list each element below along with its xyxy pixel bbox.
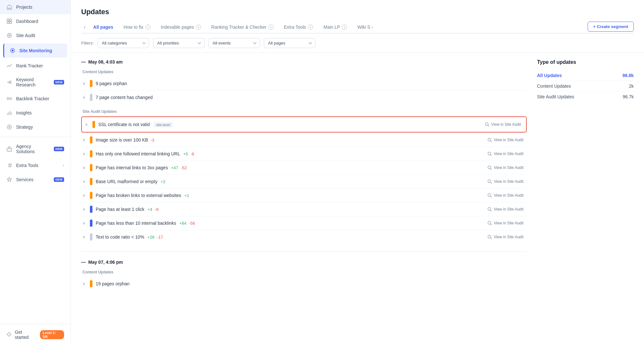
change-positive: +1 [184,193,189,198]
sidebar-bottom: Get started Level 1: 5/6 [0,324,71,345]
chevron-button[interactable]: ∨ [81,206,87,212]
rank-icon [6,63,12,69]
update-row: ∨ Page has at least 1 click +4 -6 View i… [81,202,527,216]
chevron-button[interactable]: ∨ [81,234,87,240]
sidebar-item-label: Insights [16,110,64,115]
tabs-bar: ‹ All pages How to fix i Indexable pages… [81,21,634,34]
chevron-button[interactable]: ∨ [81,151,87,157]
sidebar-item-services[interactable]: Services NEW [0,172,71,187]
chevron-button[interactable]: ∨ [81,179,87,184]
sidebar-item-site-audit[interactable]: Site Audit [0,28,71,43]
sidebar-item-insights[interactable]: Insights [0,106,71,120]
view-in-site-audit-button[interactable]: View in Site Audit [484,164,527,171]
update-text: Page has less than 10 internal backlinks… [96,221,481,226]
change-positive: +4 [148,207,152,212]
chevron-button[interactable]: ∨ [81,281,87,287]
change-negative: -56 [189,221,195,226]
filter-categories[interactable]: All categoriesContentTechnicalPerformanc… [98,38,149,48]
new-badge: NEW [54,147,64,151]
sidebar-item-rank-tracker[interactable]: Rank Tracker [0,59,71,73]
view-in-site-audit-button[interactable]: View in Site Audit [484,192,527,199]
sidebar-item-projects[interactable]: Projects [0,0,71,14]
update-text: 19 pages orphan [96,281,527,286]
info-icon[interactable]: i [308,25,313,30]
tab-indexable-pages[interactable]: Indexable pages i [156,21,206,34]
update-type-row-all[interactable]: All Updates 98.8k [537,70,634,81]
extra-tools-icon [6,163,12,168]
update-text: 7 page content has changed [96,95,527,100]
chevron-button[interactable]: ∨ [81,94,87,100]
tab-extra-tools[interactable]: Extra Tools i [279,21,318,34]
content-updates-title: Content Updates [81,70,527,74]
change-positive: +5 [183,152,188,156]
view-in-site-audit-button[interactable]: View in Site Audit [484,206,527,213]
svg-rect-1 [10,19,12,21]
sidebar-item-backlink-tracker[interactable]: Backlink Tracker [0,92,71,106]
view-in-site-audit-button[interactable]: View in Site Audit [484,150,527,157]
update-type-row-site-audit[interactable]: Site Audit Updates 96.7k [537,92,634,102]
sidebar-item-extra-tools[interactable]: Extra Tools › [0,158,71,172]
sidebar-item-label: Site Audit [16,33,64,38]
get-started-item[interactable]: Get started Level 1: 5/6 [6,330,64,340]
date-dash-2: — [81,260,86,265]
tabs-prev-button[interactable]: ‹ [81,22,88,33]
chevron-button[interactable]: ∨ [81,165,87,171]
priority-indicator [90,178,92,185]
tab-main-lp[interactable]: Main LP i [318,21,352,34]
services-icon [6,177,12,182]
update-row: ∨ Base URL malformed or empty +2 View in… [81,175,527,189]
priority-indicator [92,121,95,128]
filter-pages[interactable]: All pagesIndexedOrphanBroken [264,38,315,48]
sidebar-item-keyword-research[interactable]: Keyword Research NEW [0,73,71,92]
priority-indicator [90,192,92,199]
view-in-site-audit-button[interactable]: View in Site Audit [484,178,527,185]
view-in-site-audit-button[interactable]: View in Site Audit [484,136,527,143]
priority-indicator [90,94,92,101]
tab-how-to-fix[interactable]: How to fix i [119,21,156,34]
chevron-button[interactable]: ∨ [81,220,87,226]
filters-bar: Filters: All categoriesContentTechnicalP… [71,34,644,53]
priority-indicator [90,80,92,87]
change-positive: +2 [161,179,166,184]
priority-indicator [90,280,92,287]
view-in-site-audit-button[interactable]: View in Site Audit [484,233,527,241]
update-row: ∨ Page has broken links to external webs… [81,189,527,202]
info-icon[interactable]: i [196,25,201,30]
info-icon[interactable]: i [268,25,274,30]
tab-ranking-tracker[interactable]: Ranking Tracker & Checker i [206,21,279,34]
view-in-site-audit-button[interactable]: View in Site Audit [484,220,527,227]
update-text: Page has at least 1 click +4 -6 [96,207,481,212]
sidebar-item-dashboard[interactable]: Dashboard [0,14,71,28]
sidebar-item-site-monitoring[interactable]: Site Monitoring [3,44,67,58]
home-icon [6,4,12,10]
sidebar-item-agency-solutions[interactable]: Agency Solutions NEW [0,140,71,158]
update-row: ∨ Text to code ratio < 10% +26 -17 View … [81,230,527,244]
update-text: SSL certificate is not valid site-level [98,122,478,127]
svg-point-4 [7,34,12,38]
priority-indicator [90,233,92,241]
sidebar-item-strategy[interactable]: Strategy [0,120,71,134]
update-type-row-content[interactable]: Content Updates 2k [537,81,634,92]
svg-line-22 [491,196,492,198]
get-started-label: Get started [15,330,37,340]
info-icon[interactable]: i [342,25,347,30]
create-segment-button[interactable]: + Create segment [588,22,634,32]
tab-wiki-s[interactable]: Wiki S › [352,21,378,34]
sidebar-item-label: Strategy [16,124,64,130]
svg-rect-0 [7,19,9,21]
svg-line-18 [491,169,492,170]
chevron-button[interactable]: ∨ [81,137,87,143]
svg-rect-2 [7,22,9,24]
level-badge: Level 1: 5/6 [40,330,64,339]
content-updates-section: Content Updates ∨ 9 pages orphan ∨ 7 pag… [81,70,527,104]
chevron-button[interactable]: ∨ [81,192,87,198]
chevron-button[interactable]: ∨ [84,122,89,127]
tab-all-pages[interactable]: All pages [88,21,118,34]
filter-priorities[interactable]: All prioritiesHighMediumLow [153,38,205,48]
view-in-site-audit-button[interactable]: View in Site Audit [482,121,524,128]
svg-line-26 [491,224,492,225]
filter-events[interactable]: All eventsAddedRemovedChanged [208,38,260,48]
chevron-button[interactable]: ∨ [81,81,87,86]
priority-indicator [90,220,92,227]
info-icon[interactable]: i [145,25,150,30]
